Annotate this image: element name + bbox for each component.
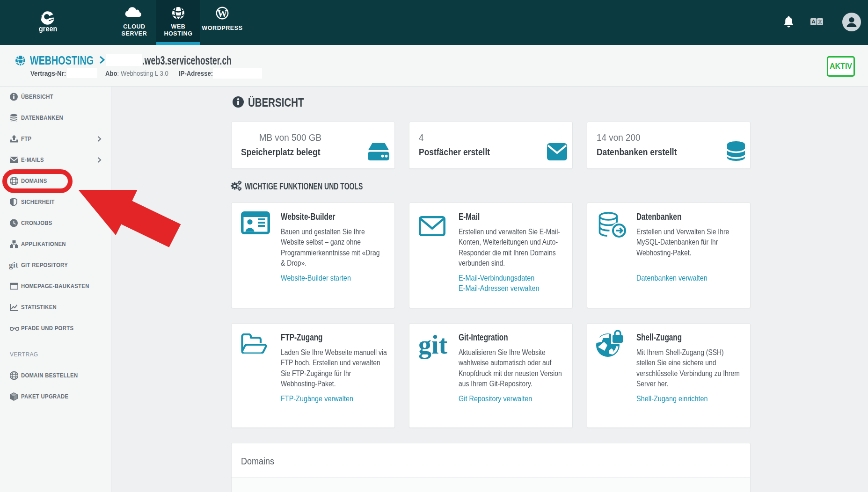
svg-text:W: W xyxy=(218,8,227,19)
